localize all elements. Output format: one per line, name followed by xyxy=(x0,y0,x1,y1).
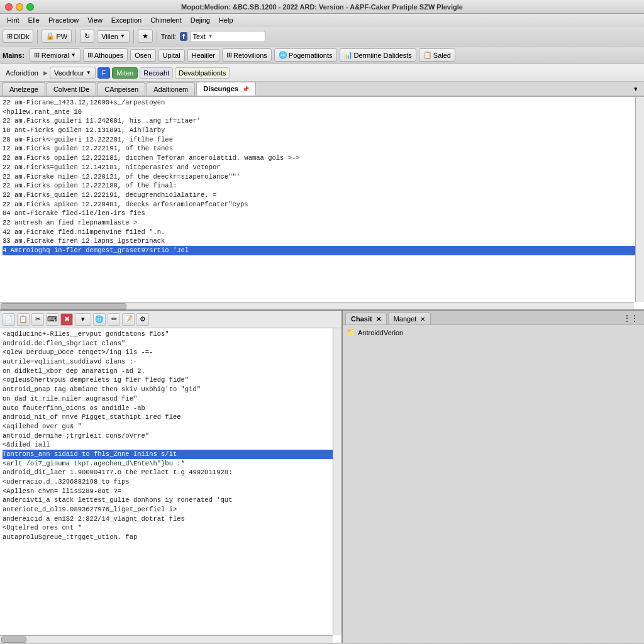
separator-3 xyxy=(133,30,134,43)
heaiiler-button[interactable]: Heaiiler xyxy=(187,49,219,62)
log-scrollbar-h[interactable] xyxy=(0,302,634,309)
menu-pracetiow[interactable]: Pracetiow xyxy=(45,15,82,25)
chevron-down-icon-3: ▼ xyxy=(86,70,91,75)
combo-arrow-icon: ▼ xyxy=(208,33,213,39)
chevron-down-icon-2: ▼ xyxy=(71,52,76,58)
toolbar-2: Mains: ⊞ Remioral ▼ ⊞ Athoupes Osen Upit… xyxy=(0,47,644,64)
source-content[interactable]: <aqdlucinc+-Rlles__ervput gondtatons flo… xyxy=(0,328,341,643)
trail-label: Trail: xyxy=(161,33,176,40)
tab-adaltionem[interactable]: Adaltionem xyxy=(147,82,195,96)
window-controls[interactable] xyxy=(5,3,34,11)
bottom-area: 📄 📋 ✂ ⌨ ✖ ▾ 🌐 ✏ 📝 ⚙ <aqdlucinc+-Rlles__e… xyxy=(0,311,644,643)
src-line-3: autrile=vqliiant_suddiavd clans :- xyxy=(3,357,339,367)
tab-manget[interactable]: Manget ✕ xyxy=(388,313,431,325)
menu-view[interactable]: View xyxy=(84,15,106,25)
source-scrollbar-v[interactable] xyxy=(333,328,341,635)
osen-button[interactable]: Osen xyxy=(130,49,155,62)
src-line-5: <ogleusChertvpus demprelets ig fler fled… xyxy=(3,375,339,385)
minimize-button[interactable] xyxy=(16,3,23,11)
remioral-dropdown[interactable]: ⊞ Remioral ▼ xyxy=(30,48,80,62)
source-toolbar: 📄 📋 ✂ ⌨ ✖ ▾ 🌐 ✏ 📝 ⚙ xyxy=(0,311,341,328)
text-field-combo[interactable]: Text ▼ xyxy=(190,31,265,42)
right-panel: Chasit ✕ Manget ✕ ⋮⋮ 📁 AntroiddVerion xyxy=(343,311,644,643)
didk-button[interactable]: ⊞ DIDk xyxy=(3,30,33,43)
tab-close-icon[interactable]: ✕ xyxy=(376,316,381,323)
acforidtion-button[interactable]: Acforidtion xyxy=(3,68,42,78)
menu-chimelent[interactable]: Chimelent xyxy=(147,15,186,25)
viilen-dropdown[interactable]: Viilen ▼ xyxy=(97,30,130,43)
pogematiionts-button[interactable]: 🌐 Pogematiionts xyxy=(274,48,337,62)
saled-button[interactable]: 📋 Saled xyxy=(419,48,455,62)
menu-elle[interactable]: Elle xyxy=(25,15,43,25)
file-icon-btn[interactable]: 📄 xyxy=(3,313,15,326)
main-content: 22 am-Ficrane_1423.12,12000+s_/arpestoye… xyxy=(0,97,644,643)
veodrfour-dropdown[interactable]: Veodrfour ▼ xyxy=(50,67,96,79)
log-line-5: 12 am.Ficrks guilen 12.222191, of the ta… xyxy=(3,144,641,153)
refresh-button[interactable]: ↻ xyxy=(80,30,94,43)
arrow-right-icon: ▶ xyxy=(43,70,48,76)
mains-label: Mains: xyxy=(3,52,25,59)
log-line-4: 28 am-Ficrk<=goileri 12.222281, iftlhe f… xyxy=(3,135,641,145)
doc-icon-btn[interactable]: 📝 xyxy=(122,313,135,326)
athoupes-icon: ⊞ xyxy=(87,51,93,59)
log-scrollbar-v[interactable] xyxy=(635,97,644,302)
tag-icon: ⊞ xyxy=(34,51,40,59)
upital-button[interactable]: Upital xyxy=(158,49,185,62)
tab-colvent[interactable]: Colvent IDe xyxy=(47,82,96,96)
src-line-8: auto fauterfinn_oions os andidle -ab xyxy=(3,404,339,413)
source-scrollbar-h[interactable] xyxy=(0,635,333,643)
tab-overflow-button[interactable]: ▾ xyxy=(630,82,641,96)
log-line-8: 22 am.Ficrake nilen 12.228121, of the de… xyxy=(3,172,641,182)
menu-exception[interactable]: Exception xyxy=(108,15,145,25)
menu-bar: Hirit Elle Pracetiow View Exception Chim… xyxy=(0,14,644,26)
dermiine-icon: 📊 xyxy=(344,51,353,59)
pw-button[interactable]: 🔒 PW xyxy=(42,30,72,43)
log-line-1: <hpllew.rant_ante 10 xyxy=(3,108,641,117)
lock-icon: 🔒 xyxy=(46,32,55,40)
log-scrollbar-thumb[interactable] xyxy=(1,303,126,309)
retovilions-button[interactable]: ⊞ Retovilions xyxy=(222,48,272,62)
flow-icon-btn[interactable]: ⚙ xyxy=(136,313,149,326)
src-line-4: on didketl_xbor dep anaratign -ad 2. xyxy=(3,367,339,376)
copy-icon-btn[interactable]: 📋 xyxy=(17,313,30,326)
tab-close-icon-2[interactable]: ✕ xyxy=(420,316,425,323)
menu-help[interactable]: Help xyxy=(215,15,237,25)
recoaht-button[interactable]: Recoaht xyxy=(140,67,173,79)
terminal-icon-btn[interactable]: ⌨ xyxy=(46,313,58,326)
delete-icon-btn[interactable]: ✖ xyxy=(60,313,73,326)
menu-hirit[interactable]: Hirit xyxy=(3,15,23,25)
log-panel: 22 am-Ficrane_1423.12,12000+s_/arpestoye… xyxy=(0,97,644,311)
tab-canpeisen[interactable]: CAnpeisen xyxy=(97,82,145,96)
source-scrollbar-thumb[interactable] xyxy=(1,636,26,643)
retovilions-icon: ⊞ xyxy=(226,51,232,59)
globe-icon-btn[interactable]: 🌐 xyxy=(93,313,106,326)
pencil-icon-btn[interactable]: ✏ xyxy=(108,313,120,326)
menu-dejing[interactable]: Dejing xyxy=(187,15,214,25)
separator xyxy=(37,30,38,43)
log-line-11: 22 am.Ficrks apiken 12.220481, deecks ar… xyxy=(3,200,641,209)
source-panel: 📄 📋 ✂ ⌨ ✖ ▾ 🌐 ✏ 📝 ⚙ <aqdlucinc+-Rlles__e… xyxy=(0,311,343,643)
athoupes-button[interactable]: ⊞ Athoupes xyxy=(83,48,128,62)
tree-item-antroiddverion[interactable]: 📁 AntroiddVerion xyxy=(345,328,641,337)
tab-chasit[interactable]: Chasit ✕ xyxy=(345,313,387,325)
window-title: Mopot:Medion: &BC.SB.1200 - 2022 ARD: Ve… xyxy=(181,3,463,11)
devablpatiionts-button[interactable]: Devablpatiionts xyxy=(175,67,230,79)
toolbar-3: Acforidtion ▶ Veodrfour ▼ F Miten Recoah… xyxy=(0,64,644,82)
log-line-10: 22 am.Ficrks_quilen 12.222191, decugrend… xyxy=(3,191,641,200)
dermiine-button[interactable]: 📊 Dermiine Dalidests xyxy=(340,48,416,62)
facebook-icon: f xyxy=(180,32,187,41)
tab-discunges[interactable]: Discunges 📌 xyxy=(196,82,256,96)
f-button[interactable]: F xyxy=(97,67,111,79)
close-button[interactable] xyxy=(5,3,13,11)
tab-anelzege[interactable]: Anelzege xyxy=(3,82,45,96)
cut-icon-btn[interactable]: ✂ xyxy=(31,313,44,326)
miten-button[interactable]: Miten xyxy=(112,67,138,79)
maximize-button[interactable] xyxy=(26,3,34,11)
star-button[interactable]: ★ xyxy=(138,30,153,43)
src-line-20: andereicid a en1S2 2:822/14_vlagnt_dotra… xyxy=(3,514,339,524)
log-content[interactable]: 22 am-Ficrane_1423.12,12000+s_/arpestoye… xyxy=(0,97,644,309)
dropdown-icon-btn[interactable]: ▾ xyxy=(75,313,91,326)
star-icon: ★ xyxy=(142,32,148,40)
right-panel-options[interactable]: ⋮⋮ xyxy=(620,312,641,325)
log-line-7: 22 am.Ficrks=guilen 12.142181, nitcperas… xyxy=(3,163,641,172)
